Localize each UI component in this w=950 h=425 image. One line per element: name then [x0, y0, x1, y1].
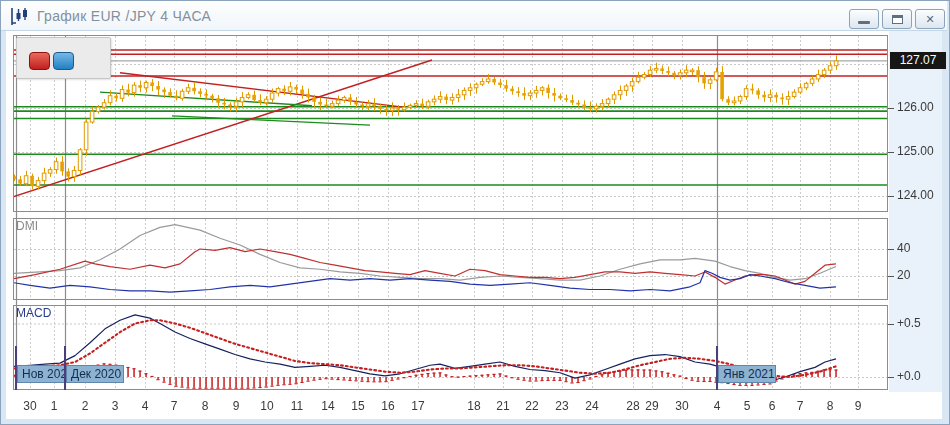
macd-panel-label: MACD	[16, 306, 51, 320]
time-tick-label: 3	[102, 399, 128, 413]
time-tick-label: 2	[72, 399, 98, 413]
time-tick-label: 18	[461, 399, 487, 413]
blue-marker-button[interactable]	[53, 52, 74, 70]
time-tick-label: 9	[223, 399, 249, 413]
time-tick-label: 21	[490, 399, 516, 413]
time-tick-label: 16	[375, 399, 401, 413]
time-tick-label: 24	[579, 399, 605, 413]
macd-axis-label: +0.5	[897, 316, 921, 330]
time-tick-label: 6	[759, 399, 785, 413]
time-tick-label: 7	[787, 399, 813, 413]
time-tick-label: 8	[817, 399, 843, 413]
month-badge: Дек 2020	[66, 365, 124, 383]
month-badge: Янв 2021	[718, 365, 776, 383]
series-toolbar	[16, 37, 111, 79]
dmi-panel-label: DMI	[16, 219, 38, 233]
current-price-badge: 127.07	[890, 52, 946, 69]
time-tick-label: 17	[405, 399, 431, 413]
time-tick-label: 8	[192, 399, 218, 413]
red-marker-button[interactable]	[29, 52, 50, 70]
time-tick-label: 30	[669, 399, 695, 413]
time-tick-label: 29	[639, 399, 665, 413]
macd-axis-label: +0.0	[897, 369, 921, 383]
dmi-axis-label: 40	[897, 241, 910, 255]
time-tick-label: 4	[132, 399, 158, 413]
dmi-axis-label: 20	[897, 268, 910, 282]
chart-canvas[interactable]	[0, 0, 950, 425]
time-tick-label: 4	[704, 399, 730, 413]
time-tick-label: 9	[845, 399, 871, 413]
time-tick-label: 10	[254, 399, 280, 413]
time-tick-label: 11	[284, 399, 310, 413]
time-tick-label: 15	[345, 399, 371, 413]
time-tick-label: 7	[161, 399, 187, 413]
time-tick-label: 22	[519, 399, 545, 413]
price-axis-label: 126.00	[897, 100, 934, 114]
time-tick-label: 14	[315, 399, 341, 413]
time-tick-label: 5	[734, 399, 760, 413]
time-tick-label: 30	[17, 399, 43, 413]
price-axis-label: 125.00	[897, 144, 934, 158]
time-tick-label: 1	[41, 399, 67, 413]
price-axis-label: 124.00	[897, 188, 934, 202]
time-tick-label: 23	[549, 399, 575, 413]
month-badge: Нов 202	[17, 365, 65, 383]
application-window: График EUR /JPY 4 ЧАСА ✕ DMI MACD 127.07…	[0, 0, 950, 425]
